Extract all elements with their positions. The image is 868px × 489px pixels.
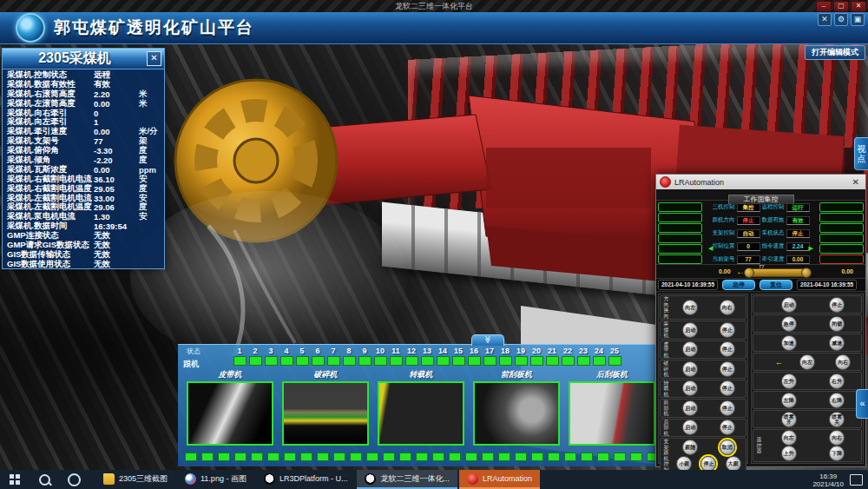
task-view-button[interactable] — [59, 473, 89, 486]
open-edit-mode-button[interactable]: 打开编辑模式 — [805, 45, 865, 60]
sequence-button[interactable] — [658, 202, 702, 212]
round-button[interactable]: 左降 — [781, 393, 797, 408]
round-button[interactable]: 停止 — [720, 400, 735, 416]
taskbar-app-item[interactable]: 2305三维截图 — [95, 470, 175, 489]
round-button[interactable]: 向右 — [835, 354, 851, 370]
camera-feed[interactable]: 转载机 — [378, 369, 464, 446]
camera-thumbnail[interactable] — [569, 381, 655, 446]
notification-center-icon[interactable] — [850, 474, 863, 486]
round-button[interactable]: 启动 — [682, 341, 698, 357]
round-button[interactable]: 停止 — [720, 341, 735, 357]
camera-feed[interactable]: 后刮板机 — [569, 369, 655, 446]
support-status-square — [597, 453, 609, 461]
round-button[interactable]: 启动 — [682, 400, 698, 416]
round-button[interactable]: 右升 — [829, 373, 845, 389]
taskbar-app-item[interactable]: 龙软二三维一体化... — [357, 470, 457, 489]
round-button[interactable]: 喷雾关 — [829, 412, 845, 427]
support-status-square — [265, 356, 278, 366]
support-number-cell: 24 — [591, 347, 607, 366]
sequence-button[interactable] — [819, 234, 864, 243]
start-button[interactable] — [0, 474, 30, 485]
round-button[interactable]: 上升 — [781, 446, 797, 461]
viewpoint-tab[interactable]: 视点 — [854, 137, 868, 170]
round-button[interactable]: 启动 — [682, 322, 698, 338]
status-label: 支架控制 — [713, 229, 735, 237]
round-button[interactable]: 减速 — [829, 335, 845, 351]
support-status-square — [333, 453, 345, 461]
round-button[interactable]: 停止 — [720, 380, 735, 396]
round-button[interactable]: 停止 — [720, 361, 735, 377]
round-button[interactable]: 向右 — [829, 430, 845, 446]
panel-close-icon[interactable]: ✕ — [147, 51, 161, 66]
sequence-button[interactable] — [658, 223, 702, 233]
round-button[interactable]: 左升 — [781, 373, 797, 389]
camera-feed[interactable]: 破碎机 — [282, 369, 369, 446]
close-button[interactable]: ✕ — [851, 1, 866, 12]
round-button[interactable]: 启动 — [781, 297, 797, 313]
reset-button[interactable]: 复位 — [760, 280, 792, 290]
lra-close-icon[interactable]: ✕ — [850, 177, 862, 187]
minimize-button[interactable]: – — [816, 1, 832, 12]
taskbar-clock[interactable]: 16:39 2021/4/10 — [812, 471, 844, 488]
data-unit: 米 — [139, 98, 165, 109]
round-button[interactable]: 急停 — [781, 316, 797, 332]
camera-thumbnail[interactable] — [473, 381, 560, 446]
round-button[interactable]: 停止 — [720, 322, 735, 338]
lrautomation-window: LRAutomation ✕ 工作面集控 ◀ 三机控制 集控 跟机方向 停止 支… — [655, 174, 866, 467]
lra-titlebar: LRAutomation ✕ — [656, 175, 865, 189]
search-button[interactable] — [30, 474, 59, 486]
sequence-button[interactable] — [658, 254, 702, 264]
sequence-button[interactable] — [819, 254, 864, 264]
taskbar-app-item[interactable]: 11.png - 画图 — [177, 470, 254, 489]
camera-feed[interactable]: 皮带机 — [187, 369, 273, 446]
round-button[interactable]: 停止 — [829, 297, 845, 313]
round-button[interactable]: 右降 — [829, 393, 845, 408]
panel-chevron-icon[interactable]: ≫ — [471, 334, 504, 346]
taskbar-app-item[interactable]: LR3DPlatform - U... — [256, 470, 356, 489]
sequence-button[interactable] — [819, 223, 864, 233]
round-button[interactable]: 启动 — [682, 420, 698, 435]
maximize-button[interactable]: ▢ — [833, 1, 849, 12]
round-button[interactable]: 停止 — [720, 420, 735, 435]
status-label: 采机状态 — [762, 229, 785, 237]
control-group-label — [753, 296, 765, 313]
sequence-button[interactable] — [819, 244, 864, 254]
round-button[interactable]: 喷雾开 — [781, 412, 797, 427]
control-group-label: 采煤机 — [661, 321, 672, 339]
round-button[interactable]: 加速 — [781, 335, 797, 351]
layout-icon[interactable]: ▣ — [851, 13, 865, 26]
camera-thumbnail[interactable] — [282, 381, 369, 446]
round-button[interactable]: 向右 — [720, 300, 735, 315]
water-spray-effect — [130, 191, 408, 365]
status-grid-row: 当前架号 77 — [713, 255, 760, 263]
status-grid-row: 采机状态 停止 — [762, 229, 810, 237]
shearer-data-row: GMP连接状态 无效 — [3, 230, 164, 240]
estop-button[interactable]: 急停 — [722, 280, 755, 290]
collapse-chevron-icon[interactable]: « — [856, 389, 868, 419]
status-value: 有效 — [786, 216, 810, 225]
round-button[interactable]: 跟随 — [682, 439, 698, 455]
round-button[interactable]: 向左 — [799, 354, 815, 370]
gear-icon[interactable]: ⚙ — [834, 13, 848, 26]
sequence-button[interactable] — [658, 213, 702, 222]
camera-thumbnail[interactable] — [187, 381, 273, 446]
camera-feed[interactable]: 前刮板机 — [473, 369, 560, 446]
round-button[interactable]: 闭锁 — [829, 316, 845, 332]
taskbar-app-item[interactable]: LRAutomation — [459, 470, 540, 489]
sequence-button[interactable] — [819, 202, 864, 212]
tools-icon[interactable]: ✕ — [818, 13, 832, 26]
round-button[interactable]: 向左 — [682, 300, 698, 315]
sequence-button[interactable] — [658, 244, 702, 254]
sequence-button[interactable] — [819, 213, 864, 222]
round-button[interactable]: 启动 — [682, 380, 698, 396]
round-button[interactable]: 启动 — [682, 361, 698, 377]
support-status-square — [218, 453, 230, 461]
lra-logo-icon — [660, 176, 671, 188]
round-button[interactable]: 下降 — [829, 446, 845, 461]
camera-thumbnail[interactable] — [378, 381, 464, 446]
round-button[interactable]: 向左 — [781, 430, 797, 446]
support-number-cell: 15 — [450, 347, 466, 366]
manual-control-panels: 方向换向向左向右采煤机启动停止皮带机启动停止破碎机启动停止转载机启动停止前部机启… — [656, 292, 865, 466]
sequence-button[interactable] — [658, 234, 702, 243]
round-button[interactable]: 取消 — [720, 439, 735, 455]
